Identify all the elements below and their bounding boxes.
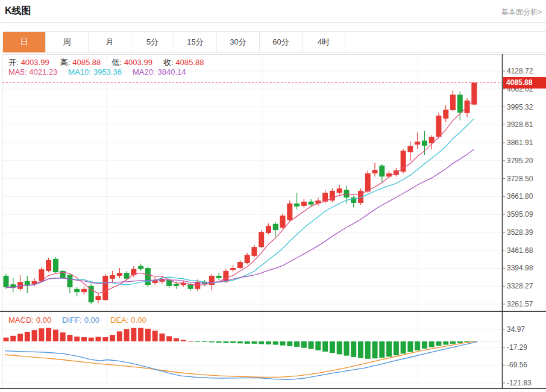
macd-bar (96, 337, 101, 341)
candle-body (294, 204, 300, 207)
macd-bar (237, 341, 243, 343)
price-axis-label: 3728.50 (507, 175, 533, 183)
macd-bar (337, 341, 342, 355)
macd-bar (81, 337, 87, 341)
macd-bar (429, 341, 435, 347)
tab-15min[interactable]: 15分 (174, 32, 217, 52)
candle-body (337, 188, 342, 193)
macd-bar (259, 341, 264, 344)
tab-60min[interactable]: 60分 (260, 32, 303, 52)
macd-bar (216, 341, 222, 343)
macd-bar (25, 332, 30, 341)
candle-body (309, 202, 314, 205)
macd-bar (351, 341, 356, 357)
macd-bar (10, 336, 16, 341)
price-axis-label: 3328.27 (507, 282, 533, 290)
candle-body (96, 296, 101, 300)
macd-bar (4, 338, 9, 341)
candle-body (230, 268, 236, 270)
macd-bar (457, 341, 463, 343)
candle-body (117, 273, 122, 276)
macd-bar (273, 341, 278, 345)
candle-body (4, 276, 9, 287)
macd-bar (287, 341, 292, 346)
candle-body (110, 275, 115, 279)
macd-bar (74, 337, 80, 341)
candle-body (365, 173, 371, 191)
candle-body (379, 166, 384, 176)
macd-bar (117, 331, 122, 341)
macd-indicator-chart[interactable]: 34.97-17.29-69.56-121.83 (0, 312, 546, 392)
candle-body (53, 259, 58, 272)
tab-month[interactable]: 月 (89, 32, 131, 52)
candle-body (280, 216, 286, 228)
tab-week[interactable]: 周 (46, 32, 89, 52)
macd-bar (294, 341, 300, 347)
dea-line (5, 341, 477, 378)
candle-body (245, 255, 250, 263)
macd-bar (245, 341, 250, 344)
macd-bar (358, 341, 363, 358)
timeframe-tab-bar: 日周月5分15分30分60分4时 (2, 31, 546, 53)
tab-4hour[interactable]: 4时 (303, 32, 345, 52)
candle-body (443, 110, 448, 119)
candle-body (415, 142, 420, 145)
macd-bar (209, 341, 215, 343)
macd-bar (251, 341, 257, 344)
macd-bar (102, 337, 108, 341)
candle-body (301, 202, 307, 206)
macd-bar (46, 328, 51, 341)
candle-body (81, 289, 87, 292)
macd-bar (202, 341, 207, 342)
macd-bar (17, 334, 23, 341)
macd-bar (301, 341, 307, 348)
macd-axis-label: 34.97 (507, 325, 525, 334)
macd-bar (372, 341, 378, 358)
macd-bar (39, 328, 44, 341)
tab-5min[interactable]: 5分 (131, 32, 174, 52)
candle-body (266, 226, 271, 233)
macd-bar (131, 328, 136, 341)
candle-body (25, 281, 30, 285)
tab-day[interactable]: 日 (3, 32, 46, 52)
price-axis-label: 4128.72 (507, 67, 533, 75)
macd-bar (145, 329, 151, 341)
candle-body (67, 275, 72, 287)
price-axis-label: 3595.09 (507, 210, 533, 219)
macd-axis-label: -121.83 (507, 379, 532, 387)
macd-bar (188, 341, 193, 341)
price-axis-label: 3528.39 (507, 228, 533, 237)
candle-body (251, 247, 257, 256)
price-axis-label: 3661.80 (507, 192, 533, 201)
macd-bar (407, 341, 413, 352)
macd-bar (53, 330, 58, 341)
kline-chart-page: K线图 基本面分析> 日周月5分15分30分60分4时 4128.724062.… (0, 0, 546, 392)
macd-bar (309, 341, 314, 349)
candle-body (237, 262, 243, 268)
candle-body (422, 140, 427, 145)
macd-bar (89, 338, 94, 341)
main-candlestick-chart[interactable]: 4128.724062.023995.323928.613861.913795.… (0, 54, 546, 312)
candle-body (145, 268, 151, 285)
macd-bar (67, 335, 72, 341)
price-axis-label: 3995.32 (507, 103, 533, 111)
macd-bar (174, 338, 179, 341)
macd-bar (386, 341, 392, 357)
candle-body (216, 276, 222, 278)
candle-body (138, 266, 143, 269)
macd-bar (152, 331, 158, 341)
price-axis-label: 3261.57 (507, 300, 533, 308)
tab-30min[interactable]: 30分 (217, 32, 260, 52)
macd-axis-label: -69.56 (507, 361, 527, 369)
macd-axis-label: -17.29 (507, 343, 527, 352)
candle-body (174, 284, 179, 286)
macd-bar (436, 341, 441, 346)
candle-body (457, 95, 463, 113)
macd-bar (159, 334, 165, 341)
fundamental-analysis-link[interactable]: 基本面分析> (501, 7, 542, 17)
macd-bar (32, 330, 37, 341)
price-axis-label: 3928.61 (507, 120, 533, 129)
candle-body (273, 224, 278, 230)
macd-bar (110, 335, 115, 341)
macd-bar (60, 332, 66, 341)
